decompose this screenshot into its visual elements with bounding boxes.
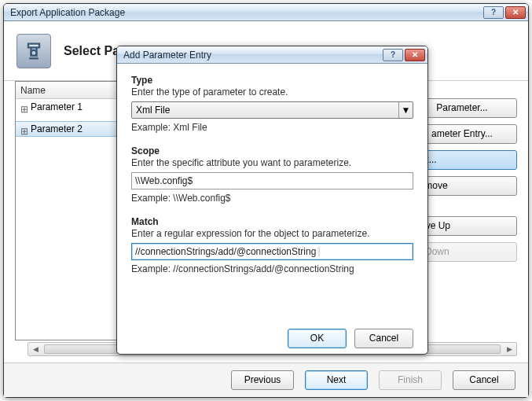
- next-button[interactable]: Next: [305, 370, 368, 390]
- type-example: Example: Xml File: [131, 122, 413, 133]
- match-group: Match Enter a regular expression for the…: [131, 216, 413, 274]
- dialog-close-button[interactable]: ✕: [405, 49, 425, 61]
- type-combobox[interactable]: Xml File ▼: [131, 101, 413, 119]
- match-example: Example: //connectionStrings/add/@connec…: [131, 263, 413, 274]
- dialog-cancel-button[interactable]: Cancel: [354, 329, 413, 348]
- scope-desc: Enter the specific attribute you want to…: [131, 157, 413, 168]
- add-parameter-entry-dialog: Add Parameter Entry ? ✕ Type Enter the t…: [116, 46, 428, 355]
- type-value: Xml File: [136, 105, 170, 116]
- main-close-button[interactable]: ✕: [505, 6, 526, 19]
- dialog-content: Type Enter the type of parameter to crea…: [117, 64, 427, 295]
- wizard-button-bar: Previous Next Finish Cancel: [4, 362, 528, 397]
- dialog-titlebar: Add Parameter Entry ? ✕: [117, 46, 427, 64]
- scroll-left-icon[interactable]: ◀: [28, 343, 42, 355]
- scope-example: Example: \\Web.config$: [131, 193, 413, 204]
- dialog-title: Add Parameter Entry: [123, 50, 381, 61]
- type-desc: Enter the type of parameter to create.: [131, 86, 413, 97]
- scroll-right-icon[interactable]: ▶: [502, 343, 516, 355]
- dialog-help-button[interactable]: ?: [383, 49, 403, 61]
- expand-icon[interactable]: ⊞: [20, 104, 28, 111]
- type-label: Type: [131, 75, 413, 86]
- scope-label: Scope: [131, 145, 413, 156]
- match-desc: Enter a regular expression for the objec…: [131, 228, 413, 239]
- dialog-button-bar: OK Cancel: [117, 322, 427, 354]
- type-group: Type Enter the type of parameter to crea…: [131, 75, 413, 133]
- cancel-button[interactable]: Cancel: [453, 370, 515, 390]
- chevron-down-icon[interactable]: ▼: [398, 102, 413, 118]
- main-titlebar: Export Application Package ? ✕: [4, 4, 528, 21]
- finish-button[interactable]: Finish: [379, 370, 442, 390]
- previous-button[interactable]: Previous: [231, 370, 294, 390]
- package-icon: [17, 34, 51, 68]
- match-input[interactable]: //connectionStrings/add/@connectionStrin…: [131, 243, 413, 260]
- main-help-button[interactable]: ?: [483, 6, 504, 19]
- scope-group: Scope Enter the specific attribute you w…: [131, 145, 413, 204]
- tree-item-label: Parameter 1: [31, 101, 83, 112]
- ok-button[interactable]: OK: [288, 329, 347, 348]
- tree-item-label: Parameter 2: [31, 123, 83, 134]
- expand-icon[interactable]: ⊞: [20, 126, 28, 133]
- match-label: Match: [131, 216, 413, 227]
- svg-point-0: [31, 50, 37, 55]
- main-window-title: Export Application Package: [10, 7, 482, 18]
- text-caret: |: [316, 246, 321, 257]
- scope-input[interactable]: [131, 172, 413, 189]
